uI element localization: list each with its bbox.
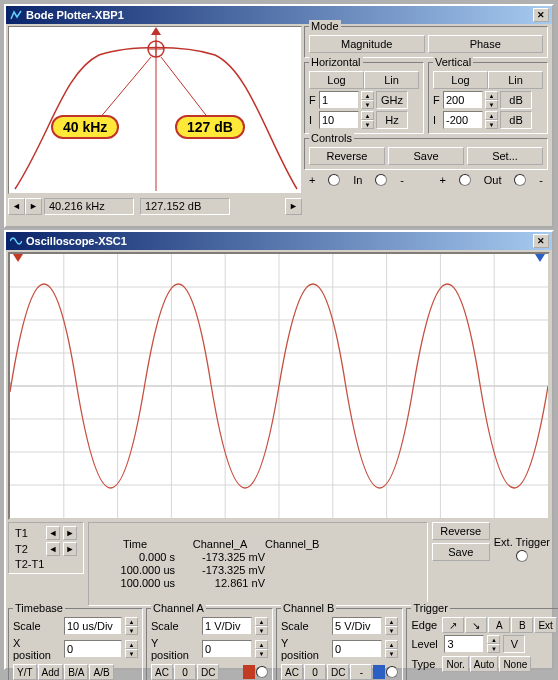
cha-0-button[interactable]: 0: [174, 664, 196, 680]
horizontal-group: Horizontal Log Lin F ▲▼ GHz I ▲▼: [304, 62, 424, 134]
h-log-button[interactable]: Log: [309, 71, 364, 89]
close-button[interactable]: ✕: [533, 234, 549, 248]
in-minus-radio[interactable]: [375, 174, 387, 186]
v-log-button[interactable]: Log: [433, 71, 488, 89]
cha-color-swatch[interactable]: [243, 665, 255, 679]
ext-trigger-label: Ext. Trigger: [494, 536, 550, 548]
in-plus-radio[interactable]: [328, 174, 340, 186]
channel-b-group: Channel B Scale ▲▼ Y position ▲▼ AC 0 DC…: [276, 608, 403, 680]
cha-dc-button[interactable]: DC: [197, 664, 219, 680]
timebase-xpos-input[interactable]: [64, 640, 122, 658]
v-f-spin[interactable]: ▲▼: [485, 91, 498, 109]
bode-freq-callout: 40 kHz: [51, 115, 119, 139]
save-button[interactable]: Save: [388, 147, 464, 165]
magnitude-button[interactable]: Magnitude: [309, 35, 425, 53]
v-i-unit: dB: [500, 111, 532, 129]
edge-ext-button[interactable]: Ext: [534, 617, 556, 633]
chb-scale-input[interactable]: [332, 617, 382, 635]
v-f-input[interactable]: [443, 91, 483, 109]
chb-dc-button[interactable]: DC: [327, 664, 349, 680]
trigger-level-unit: V: [503, 635, 525, 653]
cha-ac-button[interactable]: AC: [151, 664, 173, 680]
chb-ypos-input[interactable]: [332, 640, 382, 658]
readout-table: TimeChannel_AChannel_B 0.000 s-173.325 m…: [88, 522, 428, 606]
cursor-end-button[interactable]: ►: [285, 198, 302, 215]
trigger-level-input[interactable]: [444, 635, 484, 653]
scope-window: Oscilloscope-XSC1 ✕: [4, 230, 554, 670]
chb-color-swatch[interactable]: [373, 665, 385, 679]
cursor-labels: T1 ◄ ► T2 ◄ ► T2-T1: [8, 522, 84, 574]
out-minus-radio[interactable]: [514, 174, 526, 186]
h-i-unit: Hz: [376, 111, 408, 129]
cha-ypos-input[interactable]: [202, 640, 252, 658]
chb-0-button[interactable]: 0: [304, 664, 326, 680]
trigger-level-spin[interactable]: ▲▼: [487, 635, 500, 653]
t1-right-button[interactable]: ►: [63, 526, 77, 540]
scope-app-icon: [9, 234, 23, 248]
chb-ypos-spin[interactable]: ▲▼: [385, 640, 398, 658]
bode-window: Bode Plotter-XBP1 ✕: [4, 4, 554, 228]
h-lin-button[interactable]: Lin: [364, 71, 419, 89]
timebase-scale-spin[interactable]: ▲▼: [125, 617, 138, 635]
cursor-left-button[interactable]: ◄: [8, 198, 25, 215]
svg-line-5: [161, 57, 209, 119]
ba-button[interactable]: B/A: [64, 664, 88, 680]
phase-button[interactable]: Phase: [428, 35, 544, 53]
mode-group: Mode Magnitude Phase: [304, 26, 548, 58]
cha-scale-input[interactable]: [202, 617, 252, 635]
trigger-group: Trigger Edge ↗ ↘ A B Ext Level ▲▼ V Type…: [406, 608, 558, 680]
type-nor-button[interactable]: Nor.: [442, 656, 468, 672]
bode-titlebar[interactable]: Bode Plotter-XBP1 ✕: [6, 6, 552, 24]
h-f-spin[interactable]: ▲▼: [361, 91, 374, 109]
set-button[interactable]: Set...: [467, 147, 543, 165]
edge-fall-button[interactable]: ↘: [465, 617, 487, 633]
bode-plot[interactable]: 40 kHz 127 dB: [8, 26, 302, 194]
type-none-button[interactable]: None: [499, 656, 531, 672]
chb-ac-button[interactable]: AC: [281, 664, 303, 680]
h-f-unit: GHz: [376, 91, 408, 109]
scope-titlebar[interactable]: Oscilloscope-XSC1 ✕: [6, 232, 552, 250]
scope-display[interactable]: [8, 252, 550, 520]
cha-scale-spin[interactable]: ▲▼: [255, 617, 268, 635]
v-f-unit: dB: [500, 91, 532, 109]
cursor-right-button[interactable]: ►: [25, 198, 42, 215]
bode-gain-callout: 127 dB: [175, 115, 245, 139]
cha-jack[interactable]: [256, 666, 268, 678]
type-auto-button[interactable]: Auto: [470, 656, 499, 672]
t1-marker-icon[interactable]: [13, 254, 23, 262]
t2-left-button[interactable]: ◄: [46, 542, 60, 556]
chb-jack[interactable]: [386, 666, 398, 678]
vertical-group: Vertical Log Lin F ▲▼ dB I ▲▼: [428, 62, 548, 134]
edge-a-button[interactable]: A: [488, 617, 510, 633]
scope-reverse-button[interactable]: Reverse: [432, 522, 490, 540]
channel-a-group: Channel A Scale ▲▼ Y position ▲▼ AC 0 DC: [146, 608, 273, 680]
timebase-group: Timebase Scale ▲▼ X position ▲▼ Y/T Add …: [8, 608, 143, 680]
v-lin-button[interactable]: Lin: [488, 71, 543, 89]
h-f-input[interactable]: [319, 91, 359, 109]
chb-scale-spin[interactable]: ▲▼: [385, 617, 398, 635]
edge-rise-button[interactable]: ↗: [442, 617, 464, 633]
ab-button[interactable]: A/B: [89, 664, 113, 680]
add-button[interactable]: Add: [38, 664, 64, 680]
timebase-xpos-spin[interactable]: ▲▼: [125, 640, 138, 658]
edge-b-button[interactable]: B: [511, 617, 533, 633]
svg-line-4: [99, 57, 151, 119]
ext-trigger-jack[interactable]: [516, 550, 528, 562]
reverse-button[interactable]: Reverse: [309, 147, 385, 165]
h-i-input[interactable]: [319, 111, 359, 129]
t1-left-button[interactable]: ◄: [46, 526, 60, 540]
timebase-scale-input[interactable]: [64, 617, 122, 635]
h-i-spin[interactable]: ▲▼: [361, 111, 374, 129]
t2-right-button[interactable]: ►: [63, 542, 77, 556]
t2-marker-icon[interactable]: [535, 254, 545, 262]
bode-app-icon: [9, 8, 23, 22]
v-i-spin[interactable]: ▲▼: [485, 111, 498, 129]
yt-button[interactable]: Y/T: [13, 664, 37, 680]
close-button[interactable]: ✕: [533, 8, 549, 22]
out-plus-radio[interactable]: [459, 174, 471, 186]
chb-inv-button[interactable]: -: [350, 664, 372, 680]
cha-ypos-spin[interactable]: ▲▼: [255, 640, 268, 658]
svg-marker-6: [151, 27, 161, 35]
scope-save-button[interactable]: Save: [432, 543, 490, 561]
v-i-input[interactable]: [443, 111, 483, 129]
